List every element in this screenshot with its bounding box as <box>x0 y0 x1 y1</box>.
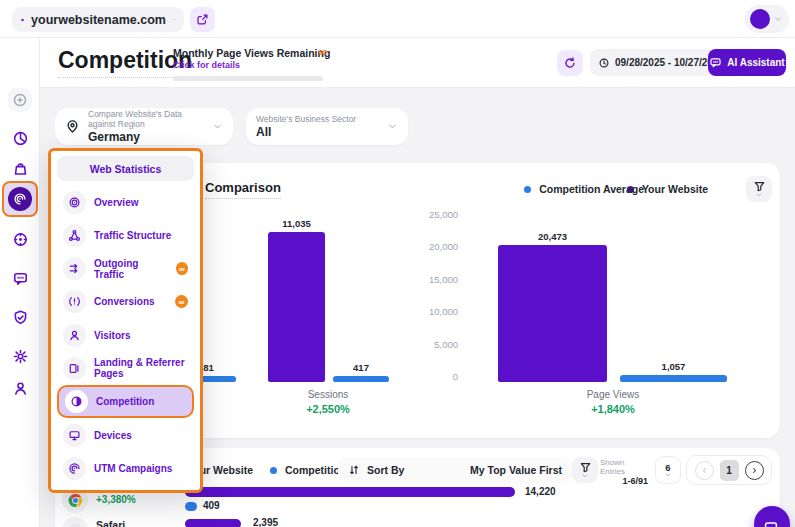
row-label: Safari <box>96 519 125 527</box>
sidebar-collapse-button[interactable] <box>8 88 32 112</box>
safari-browser-icon <box>62 517 88 527</box>
current-page[interactable]: 1 <box>720 460 739 481</box>
sidebar-item-store[interactable] <box>8 156 32 180</box>
shield-check-icon <box>12 309 29 326</box>
spiral-statistics-icon <box>13 192 27 206</box>
sidebar-item-settings[interactable] <box>8 344 32 368</box>
infinity-badge: ∞ <box>318 44 327 59</box>
hbar-your-website[interactable] <box>185 519 241 527</box>
refresh-icon <box>563 56 577 70</box>
chart-filter-button[interactable] <box>746 176 772 202</box>
sector-select-label: Website's Business Sector <box>256 114 379 124</box>
page-header: Competition Monthly Page Views Remaining… <box>40 38 795 88</box>
chart-title: Comparison <box>205 180 281 199</box>
y-axis: 25,00020,00015,00010,0005,0000 <box>408 209 458 382</box>
sort-by-label: Sort By <box>367 464 404 476</box>
legend-dot-blue <box>524 186 531 193</box>
funnel-icon <box>753 180 766 193</box>
list-filter-button[interactable] <box>572 457 598 483</box>
page-size-select[interactable]: 6 <box>655 456 681 484</box>
menu-item-conversions[interactable]: Conversions ∞ <box>57 285 194 318</box>
shown-entries-value: 1-6/91 <box>622 476 648 486</box>
category-label-sessions: Sessions <box>258 389 398 400</box>
sidebar-item-account[interactable] <box>8 376 32 400</box>
quota-details-link[interactable]: Click for details <box>173 60 333 70</box>
chat-icon <box>12 270 29 287</box>
chevron-down-icon <box>664 473 672 478</box>
menu-item-devices[interactable]: Devices <box>57 418 194 451</box>
website-favicon <box>21 12 24 28</box>
sidebar-item-dashboard[interactable] <box>8 126 32 150</box>
top-bar: yourwebsitename.com <box>0 0 795 38</box>
conversion-icon <box>68 295 81 308</box>
sidebar-item-security[interactable] <box>8 305 32 329</box>
hbar-value: 2,395 <box>253 517 278 527</box>
legend-competition-average: Competition Average <box>524 183 644 195</box>
menu-header: Web Statistics <box>57 156 194 181</box>
bar-pageviews-your-website[interactable]: 20,473 <box>498 231 607 382</box>
sidebar-item-web-statistics-active[interactable] <box>2 181 38 217</box>
pagination: 1 <box>686 455 772 485</box>
web-statistics-menu: Web Statistics Overview Traffic Structur… <box>48 148 203 493</box>
arrow-right-icon <box>750 466 759 475</box>
spiral-icon <box>68 462 81 475</box>
bar-sessions-your-website[interactable]: 11,035 <box>268 218 325 382</box>
menu-item-traffic-structure[interactable]: Traffic Structure <box>57 219 194 252</box>
external-link-icon <box>196 13 209 26</box>
prev-page-button[interactable] <box>695 461 714 480</box>
menu-item-landing-referrer-pages[interactable]: Landing & Referrer Pages <box>57 352 194 385</box>
chevron-down-icon <box>212 121 223 132</box>
website-selector[interactable]: yourwebsitename.com <box>12 7 184 32</box>
menu-item-overview[interactable]: Overview <box>57 185 194 218</box>
hbar-competition[interactable] <box>185 502 197 511</box>
infinity-badge: ∞ <box>176 262 188 275</box>
region-select[interactable]: Compare Website's Data against Region Ge… <box>55 108 233 145</box>
user-menu[interactable] <box>745 5 789 33</box>
row-change-badge: +3,380% <box>96 494 136 505</box>
nav-sidebar <box>0 38 40 527</box>
gear-icon <box>12 348 29 365</box>
region-select-value: Germany <box>88 130 204 144</box>
bullseye-icon <box>68 196 81 209</box>
ai-chat-icon <box>709 56 722 69</box>
shown-entries-label: Shown Entries <box>600 458 648 476</box>
bar-pageviews-competition[interactable]: 1,057 <box>620 361 727 382</box>
location-pin-icon <box>65 119 80 134</box>
monitor-icon <box>68 429 81 442</box>
open-website-button[interactable] <box>190 7 215 32</box>
menu-item-visitors[interactable]: Visitors <box>57 319 194 352</box>
hbar-value: 409 <box>203 500 220 511</box>
sort-by-value: My Top Value First <box>470 464 562 476</box>
refresh-button[interactable] <box>557 50 583 76</box>
chevron-down-icon <box>387 121 398 132</box>
business-sector-select[interactable]: Website's Business Sector All <box>246 108 408 145</box>
domain-name: yourwebsitename.com <box>31 13 166 27</box>
region-select-label: Compare Website's Data against Region <box>88 109 204 129</box>
app-window: yourwebsitename.com <box>0 0 795 527</box>
infinity-badge: ∞ <box>175 295 188 308</box>
change-pageviews: +1,840% <box>543 403 683 415</box>
sidebar-item-targeting[interactable] <box>8 227 32 251</box>
next-page-button[interactable] <box>745 461 764 480</box>
change-sessions: +2,550% <box>258 403 398 415</box>
hbar-your-website[interactable] <box>185 487 515 497</box>
legend-dot-blue <box>270 467 277 474</box>
sector-select-value: All <box>256 125 379 139</box>
menu-item-utm-campaigns[interactable]: UTM Campaigns <box>57 452 194 485</box>
sort-by-control[interactable]: Sort By My Top Value First <box>338 457 572 483</box>
menu-item-outgoing-traffic[interactable]: Outgoing Traffic ∞ <box>57 252 194 285</box>
pie-chart-icon <box>12 130 29 147</box>
network-icon <box>68 229 81 242</box>
circle-plus-icon <box>12 92 28 108</box>
ai-assistant-label: AI Assistant <box>727 57 784 68</box>
half-circle-icon <box>70 395 83 408</box>
chevron-down-icon <box>755 193 763 198</box>
menu-item-competition[interactable]: Competition <box>57 385 194 418</box>
ai-assistant-button[interactable]: AI Assistant <box>708 49 786 76</box>
clock-icon <box>598 57 610 69</box>
chat-icon <box>763 520 779 527</box>
sidebar-item-messages[interactable] <box>8 266 32 290</box>
arrow-left-icon <box>700 466 709 475</box>
funnel-icon <box>579 461 592 474</box>
bar-sessions-competition[interactable]: 417 <box>333 362 389 382</box>
